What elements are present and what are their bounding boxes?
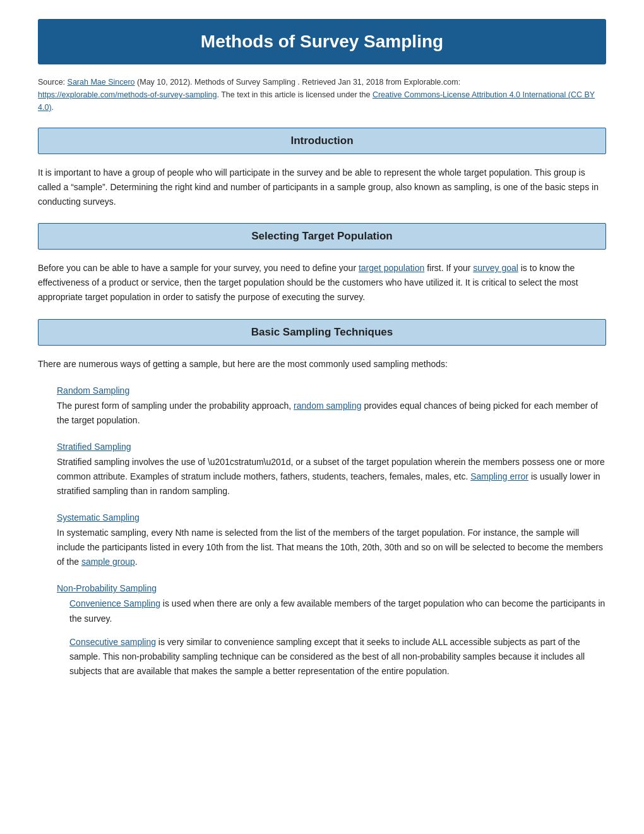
section-title-sampling-techniques: Basic Sampling Techniques <box>51 326 593 339</box>
section-title-target-population: Selecting Target Population <box>51 230 593 243</box>
source-license-prefix: . The text in this article is licensed u… <box>217 90 372 99</box>
page-title-bar: Methods of Survey Sampling <box>38 19 606 64</box>
random-text-1: The purest form of sampling under the pr… <box>57 401 294 411</box>
sampling-item-non-probability: Non-Probability Sampling Convenience Sam… <box>38 583 606 678</box>
non-probability-sampling-link[interactable]: Non-Probability Sampling <box>57 583 606 593</box>
source-period: . <box>52 103 54 112</box>
sampling-item-systematic: Systematic Sampling In systematic sampli… <box>38 512 606 569</box>
stratified-sampling-link[interactable]: Stratified Sampling <box>57 442 606 452</box>
convenience-sampling-link[interactable]: Convenience Sampling <box>69 598 160 608</box>
sample-group-link[interactable]: sample group <box>81 557 135 567</box>
author-link[interactable]: Sarah Mae Sincero <box>68 78 135 87</box>
target-pop-text-2: first. If your <box>424 263 473 273</box>
random-sampling-link[interactable]: Random Sampling <box>57 385 606 396</box>
page-title: Methods of Survey Sampling <box>52 32 592 52</box>
consecutive-sampling-text: Consecutive sampling is very similar to … <box>69 635 606 679</box>
systematic-sampling-link[interactable]: Systematic Sampling <box>57 512 606 523</box>
source-prefix: Source: <box>38 78 68 87</box>
convenience-sampling-text: Convenience Sampling is used when there … <box>69 596 606 626</box>
section-header-target-population: Selecting Target Population <box>38 223 606 250</box>
section-header-sampling-techniques: Basic Sampling Techniques <box>38 319 606 346</box>
source-citation: (May 10, 2012). Methods of Survey Sampli… <box>135 78 461 87</box>
random-sampling-inline-link[interactable]: random sampling <box>294 401 361 411</box>
source-block: Source: Sarah Mae Sincero (May 10, 2012)… <box>38 76 606 114</box>
systematic-sampling-text: In systematic sampling, every Nth name i… <box>57 526 606 569</box>
target-population-body: Before you can be able to have a sample … <box>38 261 606 305</box>
sub-item-convenience: Convenience Sampling is used when there … <box>57 596 606 626</box>
random-sampling-text: The purest form of sampling under the pr… <box>57 399 606 428</box>
introduction-body: It is important to have a group of peopl… <box>38 166 606 209</box>
sampling-item-random: Random Sampling The purest form of sampl… <box>38 385 606 428</box>
section-header-introduction: Introduction <box>38 128 606 154</box>
sampling-item-stratified: Stratified Sampling Stratified sampling … <box>38 442 606 499</box>
sampling-techniques-intro: There are numerous ways of getting a sam… <box>38 357 606 372</box>
survey-goal-link[interactable]: survey goal <box>473 263 518 273</box>
target-population-link[interactable]: target population <box>359 263 424 273</box>
section-title-introduction: Introduction <box>51 135 593 147</box>
systematic-text-2: . <box>135 557 138 567</box>
target-pop-text-1: Before you can be able to have a sample … <box>38 263 359 273</box>
sampling-error-link[interactable]: Sampling error <box>470 471 528 481</box>
consecutive-sampling-link[interactable]: Consecutive sampling <box>69 637 156 647</box>
stratified-sampling-text: Stratified sampling involves the use of … <box>57 455 606 499</box>
sub-item-consecutive: Consecutive sampling is very similar to … <box>57 635 606 679</box>
source-url-link[interactable]: https://explorable.com/methods-of-survey… <box>38 90 217 99</box>
systematic-text-1: In systematic sampling, every Nth name i… <box>57 528 603 567</box>
